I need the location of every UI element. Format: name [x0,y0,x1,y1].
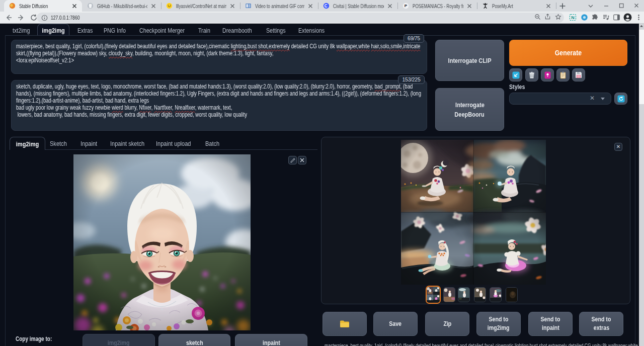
window-minimize-button[interactable] [603,3,610,9]
tab-dreambooth[interactable]: Dreambooth [222,27,252,34]
gallery-thumbnail-3[interactable] [458,287,470,302]
save-style-button[interactable] [572,68,585,81]
browser-tab-posemy-art[interactable]: PoseMy.Art [477,0,556,12]
extension-circle-icon[interactable] [581,14,588,21]
browser-tab-controlnet[interactable]: lllyasviel/ControlNet at main [161,0,240,12]
scrollbar-up-arrow-icon[interactable] [639,24,644,29]
save-button[interactable]: Save [373,312,418,336]
negative-prompt-textarea[interactable]: sketch, duplicate, ugly, huge eyes, text… [11,80,427,131]
styles-dropdown[interactable]: ✕ [509,93,611,105]
address-bar[interactable]: 127.0.0.1:7860 [37,13,564,23]
paste-params-button[interactable] [509,68,522,81]
gallery-thumbnail-2[interactable] [443,287,455,302]
profile-avatar-icon[interactable] [623,13,632,22]
negative-prompt-text: sketch, duplicate, ugly, huge eyes, text… [16,83,426,118]
send-to-extras-button[interactable]: Send toextras [579,312,623,336]
container-border [5,35,6,346]
gallery-thumbnail-selected[interactable] [426,286,441,304]
copy-to-sketch-button[interactable]: sketch [158,334,230,346]
tab-close-icon[interactable] [306,2,314,10]
page-scrollbar[interactable] [639,24,644,346]
browser-tab-gif-converter[interactable]: Video to animated GIF converter [240,0,318,12]
apply-style-button[interactable] [556,68,570,81]
tab-title: lllyasviel/ControlNet at main [176,3,226,9]
huggingface-favicon-icon [166,3,173,9]
gallery-result-image[interactable] [401,140,546,285]
button-label: DeepBooru [455,110,485,119]
tab-extensions[interactable]: Extensions [298,27,325,34]
thumbnail-grid-image [427,287,440,303]
clear-image-button[interactable] [298,156,306,164]
button-label: Interrogate CLIP [448,57,492,64]
browser-tab-github[interactable]: GitHub - Mikubill/sd-webui-con [82,0,161,12]
sidebar-icon[interactable] [613,14,620,21]
extra-networks-button[interactable] [541,68,554,81]
interrogate-clip-button[interactable]: Interrogate CLIP [435,40,504,81]
send-to-img2img-button[interactable]: Send toimg2img [476,312,521,336]
send-to-inpaint-button[interactable]: Send toinpaint [528,312,573,336]
img2img-subtab-inpaint[interactable]: Inpaint [80,140,97,147]
back-icon[interactable] [4,13,13,22]
img2img-subtab-inpaint-upload[interactable]: Inpaint upload [156,140,191,147]
chevron-down-icon [601,98,605,100]
tab-train[interactable]: Train [198,27,210,34]
tab-close-icon[interactable] [70,2,78,10]
tab-png-info[interactable]: PNG Info [104,27,126,34]
zip-button[interactable]: Zip [425,312,469,336]
copy-to-img2img-button[interactable]: img2img [83,334,155,346]
media-playlist-icon[interactable] [602,14,610,21]
clipboard-icon [560,71,566,79]
gallery-thumbnail-4[interactable] [474,287,486,302]
interrogate-deepbooru-button[interactable]: InterrogateDeepBooru [435,88,504,131]
button-label: sketch [186,339,203,346]
generate-button[interactable]: Generate [509,40,627,66]
window-close-button[interactable] [633,3,640,9]
tab-close-icon[interactable] [544,2,552,10]
tab-close-icon[interactable] [149,2,157,10]
tab-checkpoint-merger[interactable]: Checkpoint Merger [139,27,185,34]
gallery-close-button[interactable]: ✕ [614,143,622,151]
img2img-subtab-batch[interactable]: Batch [205,140,219,147]
tab-close-icon[interactable] [386,2,394,10]
tab-extras[interactable]: Extras [77,27,93,34]
gallery-thumbnail-6[interactable] [506,287,518,302]
tab-title-text: Video to animated GIF converter [255,3,304,9]
bookmark-star-icon[interactable] [555,14,561,20]
subtabs-underline [10,149,317,150]
img2img-subtab-sketch[interactable]: Sketch [50,140,67,147]
tab-close-icon[interactable] [465,2,473,10]
browser-menu-dots-icon[interactable] [635,14,642,21]
zoom-icon[interactable] [534,14,541,20]
forward-icon[interactable] [17,13,26,22]
github-favicon-icon [87,3,94,9]
img2img-subtab-inpaint-sketch[interactable]: Inpaint sketch [110,140,144,147]
refresh-styles-button[interactable] [614,93,627,105]
share-icon[interactable] [544,14,551,20]
clear-prompt-button[interactable] [525,68,538,81]
button-label: Send to [592,315,611,324]
edit-image-button[interactable] [288,156,297,164]
browser-tab-stable-diffusion[interactable]: Stable Diffusion [4,0,82,12]
tab-close-icon[interactable] [228,2,236,10]
browser-tab-posemaniacs[interactable]: P POSEMANIACS - Royalty free 3d [397,0,477,12]
extensions-puzzle-icon[interactable] [591,14,599,21]
scrollbar-thumb[interactable] [639,30,644,104]
negative-token-counter: 153/225 [398,75,425,84]
gallery-thumbnail-5[interactable] [490,287,502,302]
window-chevron-icon[interactable] [587,3,594,9]
new-tab-button[interactable] [558,2,567,10]
img2img-subtab-img2img[interactable]: img2img [10,137,45,150]
window-maximize-button[interactable] [618,3,625,9]
tab-img2img[interactable]: img2img [37,24,69,35]
copy-to-inpaint-button[interactable]: inpaint [235,334,307,346]
open-folder-button[interactable] [323,312,367,336]
img2img-source-image[interactable] [73,154,251,330]
tab-txt2img[interactable]: txt2img [13,27,30,34]
prompt-textarea[interactable]: masterpiece, best quality, 1girl, (color… [11,40,427,74]
extension-n-icon[interactable]: N [569,14,577,21]
page-info-icon[interactable] [41,15,48,21]
pencil-icon [290,158,295,163]
browser-tab-civitai[interactable]: Civitai | Stable Diffusion models [318,0,397,12]
styles-clear-icon[interactable]: ✕ [590,95,595,102]
tab-settings[interactable]: Settings [266,27,286,34]
